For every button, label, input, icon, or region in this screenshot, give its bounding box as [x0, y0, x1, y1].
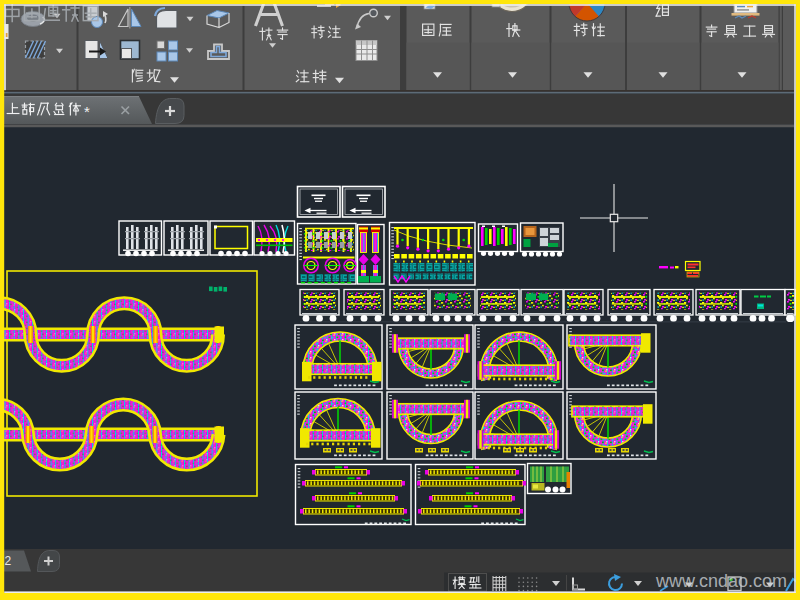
- svg-text:2: 2: [5, 554, 12, 568]
- svg-text:www.cndao.com: www.cndao.com: [655, 571, 787, 591]
- svg-text:*: *: [84, 103, 90, 120]
